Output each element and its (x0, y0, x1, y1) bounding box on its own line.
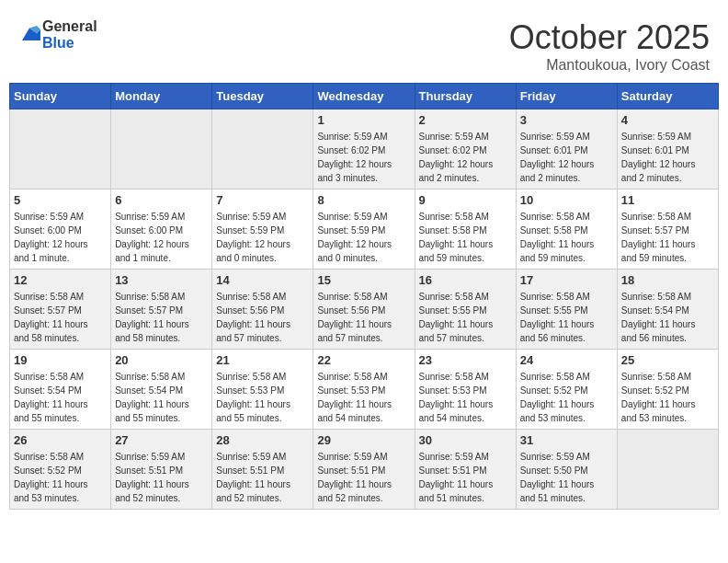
day-number: 28 (216, 433, 309, 447)
day-number: 31 (520, 433, 613, 447)
day-info: Sunrise: 5:59 AM Sunset: 5:59 PM Dayligh… (216, 210, 309, 265)
calendar-day-cell: 20Sunrise: 5:58 AM Sunset: 5:54 PM Dayli… (111, 350, 212, 430)
calendar-day-cell: 13Sunrise: 5:58 AM Sunset: 5:57 PM Dayli… (111, 270, 212, 350)
calendar-table: SundayMondayTuesdayWednesdayThursdayFrid… (9, 83, 719, 510)
day-number: 23 (419, 353, 512, 367)
calendar-day-cell: 21Sunrise: 5:58 AM Sunset: 5:53 PM Dayli… (212, 350, 313, 430)
day-info: Sunrise: 5:58 AM Sunset: 5:53 PM Dayligh… (216, 370, 309, 425)
day-number: 6 (115, 193, 208, 207)
calendar-day-cell (111, 109, 212, 190)
day-number: 3 (520, 113, 613, 127)
day-number: 26 (14, 433, 107, 447)
day-info: Sunrise: 5:58 AM Sunset: 5:57 PM Dayligh… (621, 210, 714, 265)
calendar-day-cell: 8Sunrise: 5:59 AM Sunset: 5:59 PM Daylig… (313, 190, 415, 270)
day-info: Sunrise: 5:58 AM Sunset: 5:54 PM Dayligh… (14, 370, 107, 425)
day-info: Sunrise: 5:58 AM Sunset: 5:52 PM Dayligh… (520, 370, 613, 425)
calendar-day-cell: 3Sunrise: 5:59 AM Sunset: 6:01 PM Daylig… (516, 109, 617, 190)
day-info: Sunrise: 5:59 AM Sunset: 6:00 PM Dayligh… (14, 210, 107, 265)
calendar-day-cell: 31Sunrise: 5:59 AM Sunset: 5:50 PM Dayli… (516, 430, 617, 510)
day-number: 30 (419, 433, 512, 447)
day-info: Sunrise: 5:58 AM Sunset: 5:53 PM Dayligh… (419, 370, 512, 425)
day-number: 21 (216, 353, 309, 367)
calendar-day-cell (10, 109, 111, 190)
day-number: 5 (14, 193, 107, 207)
calendar-week-row: 5Sunrise: 5:59 AM Sunset: 6:00 PM Daylig… (10, 190, 719, 270)
day-info: Sunrise: 5:58 AM Sunset: 5:53 PM Dayligh… (317, 370, 410, 425)
calendar-day-cell (617, 430, 718, 510)
logo-text-blue: Blue (42, 35, 97, 52)
logo-text-general: General (42, 18, 97, 35)
weekday-header-wednesday: Wednesday (313, 84, 415, 109)
month-title: October 2025 (509, 18, 710, 57)
weekday-header-monday: Monday (111, 84, 212, 109)
day-number: 24 (520, 353, 613, 367)
calendar-day-cell: 14Sunrise: 5:58 AM Sunset: 5:56 PM Dayli… (212, 270, 313, 350)
calendar-day-cell: 2Sunrise: 5:59 AM Sunset: 6:02 PM Daylig… (415, 109, 516, 190)
day-info: Sunrise: 5:58 AM Sunset: 5:58 PM Dayligh… (419, 210, 512, 265)
calendar-day-cell: 5Sunrise: 5:59 AM Sunset: 6:00 PM Daylig… (10, 190, 111, 270)
day-number: 7 (216, 193, 309, 207)
day-number: 11 (621, 193, 714, 207)
calendar-day-cell: 29Sunrise: 5:59 AM Sunset: 5:51 PM Dayli… (313, 430, 415, 510)
day-info: Sunrise: 5:59 AM Sunset: 6:01 PM Dayligh… (621, 130, 714, 185)
calendar-day-cell: 10Sunrise: 5:58 AM Sunset: 5:58 PM Dayli… (516, 190, 617, 270)
day-number: 10 (520, 193, 613, 207)
calendar-day-cell: 7Sunrise: 5:59 AM Sunset: 5:59 PM Daylig… (212, 190, 313, 270)
calendar-day-cell: 16Sunrise: 5:58 AM Sunset: 5:55 PM Dayli… (415, 270, 516, 350)
day-number: 25 (621, 353, 714, 367)
day-info: Sunrise: 5:58 AM Sunset: 5:56 PM Dayligh… (317, 290, 410, 345)
weekday-header-friday: Friday (516, 84, 617, 109)
location-subtitle: Mantoukoua, Ivory Coast (509, 57, 710, 74)
calendar-day-cell: 18Sunrise: 5:58 AM Sunset: 5:54 PM Dayli… (617, 270, 718, 350)
page-header: General Blue October 2025 Mantoukoua, Iv… (9, 9, 719, 78)
weekday-header-sunday: Sunday (10, 84, 111, 109)
day-info: Sunrise: 5:58 AM Sunset: 5:52 PM Dayligh… (621, 370, 714, 425)
title-block: October 2025 Mantoukoua, Ivory Coast (509, 18, 710, 74)
weekday-header-thursday: Thursday (415, 84, 516, 109)
day-number: 1 (317, 113, 410, 127)
calendar-day-cell: 17Sunrise: 5:58 AM Sunset: 5:55 PM Dayli… (516, 270, 617, 350)
day-number: 22 (317, 353, 410, 367)
day-number: 20 (115, 353, 208, 367)
calendar-day-cell: 9Sunrise: 5:58 AM Sunset: 5:58 PM Daylig… (415, 190, 516, 270)
day-info: Sunrise: 5:59 AM Sunset: 5:59 PM Dayligh… (317, 210, 410, 265)
day-number: 16 (419, 273, 512, 287)
calendar-week-row: 19Sunrise: 5:58 AM Sunset: 5:54 PM Dayli… (10, 350, 719, 430)
day-info: Sunrise: 5:59 AM Sunset: 6:00 PM Dayligh… (115, 210, 208, 265)
day-info: Sunrise: 5:58 AM Sunset: 5:55 PM Dayligh… (520, 290, 613, 345)
calendar-day-cell: 24Sunrise: 5:58 AM Sunset: 5:52 PM Dayli… (516, 350, 617, 430)
calendar-day-cell (212, 109, 313, 190)
calendar-day-cell: 4Sunrise: 5:59 AM Sunset: 6:01 PM Daylig… (617, 109, 718, 190)
calendar-day-cell: 30Sunrise: 5:59 AM Sunset: 5:51 PM Dayli… (415, 430, 516, 510)
calendar-day-cell: 1Sunrise: 5:59 AM Sunset: 6:02 PM Daylig… (313, 109, 415, 190)
day-number: 14 (216, 273, 309, 287)
day-info: Sunrise: 5:59 AM Sunset: 5:50 PM Dayligh… (520, 450, 613, 505)
day-info: Sunrise: 5:59 AM Sunset: 6:02 PM Dayligh… (419, 130, 512, 185)
calendar-week-row: 26Sunrise: 5:58 AM Sunset: 5:52 PM Dayli… (10, 430, 719, 510)
day-info: Sunrise: 5:58 AM Sunset: 5:56 PM Dayligh… (216, 290, 309, 345)
day-number: 15 (317, 273, 410, 287)
calendar-day-cell: 28Sunrise: 5:59 AM Sunset: 5:51 PM Dayli… (212, 430, 313, 510)
day-number: 4 (621, 113, 714, 127)
day-number: 13 (115, 273, 208, 287)
day-number: 29 (317, 433, 410, 447)
day-info: Sunrise: 5:58 AM Sunset: 5:57 PM Dayligh… (14, 290, 107, 345)
day-number: 9 (419, 193, 512, 207)
day-info: Sunrise: 5:58 AM Sunset: 5:55 PM Dayligh… (419, 290, 512, 345)
day-number: 19 (14, 353, 107, 367)
day-number: 27 (115, 433, 208, 447)
day-info: Sunrise: 5:58 AM Sunset: 5:54 PM Dayligh… (115, 370, 208, 425)
day-info: Sunrise: 5:58 AM Sunset: 5:57 PM Dayligh… (115, 290, 208, 345)
calendar-day-cell: 12Sunrise: 5:58 AM Sunset: 5:57 PM Dayli… (10, 270, 111, 350)
day-info: Sunrise: 5:59 AM Sunset: 5:51 PM Dayligh… (115, 450, 208, 505)
logo-icon (18, 26, 40, 44)
day-number: 8 (317, 193, 410, 207)
day-info: Sunrise: 5:59 AM Sunset: 5:51 PM Dayligh… (317, 450, 410, 505)
day-info: Sunrise: 5:58 AM Sunset: 5:54 PM Dayligh… (621, 290, 714, 345)
day-info: Sunrise: 5:58 AM Sunset: 5:52 PM Dayligh… (14, 450, 107, 505)
calendar-day-cell: 22Sunrise: 5:58 AM Sunset: 5:53 PM Dayli… (313, 350, 415, 430)
day-number: 2 (419, 113, 512, 127)
day-info: Sunrise: 5:59 AM Sunset: 6:01 PM Dayligh… (520, 130, 613, 185)
calendar-day-cell: 6Sunrise: 5:59 AM Sunset: 6:00 PM Daylig… (111, 190, 212, 270)
weekday-header-tuesday: Tuesday (212, 84, 313, 109)
